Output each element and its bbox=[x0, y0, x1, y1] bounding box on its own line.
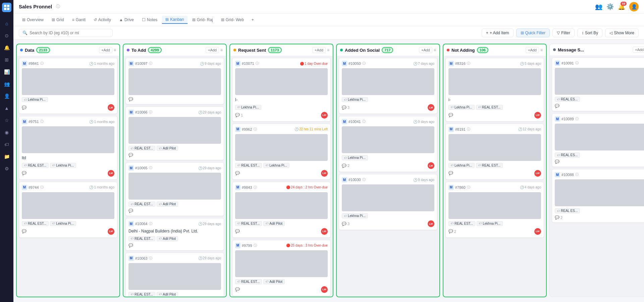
sidebar-icon-chart[interactable]: 📊 bbox=[1, 67, 12, 77]
card-tag[interactable]: 🏷REAL EST... bbox=[128, 236, 155, 241]
column-menu-btn-data[interactable]: ≡ bbox=[114, 48, 116, 52]
sidebar-icon-grid[interactable]: ⊞ bbox=[1, 54, 12, 65]
card-tag[interactable]: 🏷Lekhna Pi... bbox=[342, 213, 368, 218]
card-tag[interactable]: 🏷REAL ES... bbox=[555, 153, 580, 158]
kanban-card-10088[interactable]: M #10088 ⓘ 🏷REAL ES... 💬 2 bbox=[552, 169, 644, 223]
column-menu-btn-added-on-social[interactable]: ≡ bbox=[434, 48, 436, 52]
kanban-card-10066[interactable]: M #10066 ⓘ 🕐 29 days ago 🏷REAL EST...🏷Ad… bbox=[125, 106, 224, 160]
sidebar-icon-search[interactable]: ⊙ bbox=[1, 30, 12, 41]
kanban-card-9799[interactable]: M #9799 ⓘ 🔴 25 days : 3 hrs Over-due 🏷RE… bbox=[232, 240, 331, 296]
card-tag[interactable]: 🏷Lekhna Pi... bbox=[50, 163, 76, 168]
kanban-card-9744[interactable]: M #9744 ⓘ 🕐 1 months ago 🏷REAL EST...🏷Le… bbox=[19, 182, 117, 238]
show-more-button[interactable]: ◁ Show More bbox=[605, 29, 639, 37]
kanban-card-9751[interactable]: M #9751 ⓘ 🕐 1 months ago ltd 🏷REAL EST..… bbox=[19, 116, 117, 180]
sidebar-icon-settings2[interactable]: ⚙ bbox=[1, 163, 12, 174]
kanban-card-7860[interactable]: M #7860 ⓘ 🕐 4 days ago 🏷REAL EST...🏷Lekh… bbox=[445, 182, 544, 238]
sidebar-icon-person[interactable]: 👤 bbox=[1, 91, 12, 101]
kanban-card-10091[interactable]: M #10091 ⓘ 🏷REAL ES... 💬 bbox=[552, 57, 644, 111]
card-tag[interactable]: 🏷Adil Pilot bbox=[157, 292, 178, 297]
sidebar-icon-circle[interactable]: ◉ bbox=[1, 127, 12, 138]
card-tag[interactable]: 🏷Lekhna Pi... bbox=[477, 221, 503, 226]
column-add-btn-not-adding[interactable]: +Add bbox=[526, 47, 539, 53]
filter-button[interactable]: ▽ Filter bbox=[552, 29, 575, 37]
card-info-icon: ⓘ bbox=[149, 110, 152, 115]
kanban-card-10063[interactable]: M #10063 ⓘ 🕐 29 days ago 🏷REAL EST...🏷Ad… bbox=[125, 253, 224, 297]
card-tag[interactable]: 🏷Adil Pilot bbox=[263, 221, 285, 226]
kanban-card-10030[interactable]: M #10030 ⓘ 🕐 9 days ago 🏷Lekhna Pi... 💬 … bbox=[339, 174, 437, 230]
card-tag[interactable]: 🏷Lekhna Pi... bbox=[342, 155, 368, 160]
tab-grid[interactable]: ⊞ Grid bbox=[48, 16, 67, 24]
tab-drive[interactable]: ▲ Drive bbox=[116, 16, 137, 24]
search-input[interactable] bbox=[30, 31, 109, 35]
sort-by-button[interactable]: ↕ Sort By bbox=[577, 29, 602, 37]
column-menu-btn-to-add[interactable]: ≡ bbox=[220, 48, 223, 52]
card-tag[interactable]: 🏷REAL EST... bbox=[448, 221, 475, 226]
card-tag[interactable]: 🏷Adil Pilot bbox=[157, 146, 178, 151]
kanban-card-10089[interactable]: M #10089 ⓘ 🏷REAL ES... 💬 bbox=[552, 113, 644, 167]
card-tag[interactable]: 🏷REAL EST... bbox=[235, 221, 262, 226]
card-footer: 💬 bbox=[555, 104, 644, 108]
column-add-btn-to-add[interactable]: +Add bbox=[206, 47, 219, 53]
quick-filter-button[interactable]: ⊞ Quick Filter bbox=[516, 29, 550, 37]
kanban-card-10097[interactable]: M #10097 ⓘ 🕐 9 days ago 💬 bbox=[125, 58, 224, 104]
card-tag[interactable]: 🏷REAL EST... bbox=[128, 202, 155, 207]
tab-grid-web[interactable]: ⊞ Grid- Web bbox=[218, 16, 247, 24]
kanban-card-9843[interactable]: M #9843 ⓘ 🔴 24 days : 2 hrs Over-due 🏷RE… bbox=[232, 182, 331, 238]
settings-icon[interactable]: ⚙️ bbox=[606, 3, 614, 10]
kanban-card-10064[interactable]: M #10064 ⓘ 🕐 29 days ago Delhi - Nagpal … bbox=[125, 218, 224, 251]
add-tab-button[interactable]: + bbox=[249, 16, 257, 24]
sidebar-icon-star[interactable]: ☆ bbox=[1, 115, 12, 126]
card-tag[interactable]: 🏷REAL ES... bbox=[555, 208, 580, 213]
kanban-card-10071[interactable]: M #10071 ⓘ 🔴 1 day Over-due I- 🏷Lekhna P… bbox=[232, 58, 331, 122]
kanban-card-8316[interactable]: M #8316 ⓘ 🕐 5 days ago i- 🏷Lekhna Pi...🏷… bbox=[445, 58, 544, 122]
card-tag[interactable]: 🏷Lekhna Pi... bbox=[235, 105, 261, 110]
kanban-card-10041[interactable]: M #10041 ⓘ 🕐 9 days ago 🏷Lekhna Pi... 💬 … bbox=[339, 116, 437, 172]
tab-activity[interactable]: ↺ Activity bbox=[90, 16, 114, 24]
tab-overview[interactable]: ⊞ Overview bbox=[19, 16, 47, 24]
card-tag[interactable]: 🏷Lekhna Pi... bbox=[342, 97, 368, 102]
kanban-card-8191[interactable]: M #8191 ⓘ 🕐 12 days ago 🏷Lekhna Pi...🏷RE… bbox=[445, 124, 544, 180]
kanban-card-10050[interactable]: M #10050 ⓘ 🕐 7 days ago 🏷Lekhna Pi... 💬 … bbox=[339, 58, 437, 114]
kanban-card-9841[interactable]: M #9841 ⓘ 🕐 1 months ago 🏷Lekhna Pi... 💬… bbox=[19, 58, 117, 114]
card-tag[interactable]: 🏷REAL EST... bbox=[476, 105, 503, 110]
tab-kanban[interactable]: ⊞ Kanban bbox=[162, 16, 187, 24]
tab-gantt[interactable]: ≡ Gantt bbox=[69, 16, 89, 24]
notification-bell[interactable]: 🔔 59 bbox=[618, 3, 625, 10]
sidebar-icon-people[interactable]: 👥 bbox=[1, 79, 12, 89]
card-tag[interactable]: 🏷REAL EST... bbox=[22, 163, 49, 168]
card-tag[interactable]: 🏷Adil Pilot bbox=[157, 202, 178, 207]
sidebar-icon-collapse[interactable]: ▲ bbox=[1, 103, 12, 114]
card-tag[interactable]: 🏷Adil Pilot bbox=[157, 236, 178, 241]
sidebar-icon-folder[interactable]: 📁 bbox=[1, 151, 12, 162]
tab-notes[interactable]: ☐ Notes bbox=[139, 16, 161, 24]
column-add-btn-data[interactable]: +Add bbox=[99, 47, 112, 53]
column-add-btn-added-on-social[interactable]: +Add bbox=[419, 47, 432, 53]
card-tag[interactable]: 🏷REAL EST... bbox=[235, 163, 262, 168]
team-icon[interactable]: 👥 bbox=[595, 3, 602, 10]
column-add-btn-message-sent[interactable]: +Add bbox=[633, 47, 644, 53]
card-tag[interactable]: 🏷Lekhna Pi... bbox=[448, 163, 475, 168]
sidebar-icon-tag[interactable]: 🏷 bbox=[1, 139, 12, 150]
card-tag[interactable]: 🏷Lekhna Pi... bbox=[50, 221, 76, 226]
sidebar-icon-home[interactable]: ⌂ bbox=[1, 18, 12, 29]
sidebar-icon-bell[interactable]: 🔔 bbox=[1, 42, 12, 53]
column-add-btn-request-sent[interactable]: +Add bbox=[312, 47, 326, 53]
card-tag[interactable]: 🏷REAL EST... bbox=[128, 292, 155, 297]
card-tag[interactable]: 🏷REAL ES... bbox=[555, 97, 580, 102]
card-tag[interactable]: 🏷Adil Pilot bbox=[263, 279, 285, 284]
column-menu-btn-not-adding[interactable]: ≡ bbox=[540, 48, 543, 52]
add-item-button[interactable]: + + Add Item bbox=[482, 29, 514, 37]
column-menu-btn-request-sent[interactable]: ≡ bbox=[327, 48, 329, 52]
tab-grid-raj[interactable]: ⊞ Grid- Raj bbox=[189, 16, 216, 24]
app-logo[interactable] bbox=[2, 3, 11, 12]
card-tag[interactable]: 🏷Lekhna Pi... bbox=[448, 105, 475, 110]
kanban-card-10065[interactable]: M #10065 ⓘ 🕐 29 days ago 🏷REAL EST...🏷Ad… bbox=[125, 162, 224, 216]
user-avatar[interactable]: 👤 bbox=[629, 2, 639, 11]
card-tag[interactable]: 🏷Lekhna Pi... bbox=[22, 97, 48, 102]
kanban-card-9962[interactable]: M #9962 ⓘ 🕐 22 hrs 11 mins Left 🏷REAL ES… bbox=[232, 124, 331, 180]
card-tag[interactable]: 🏷Lekhna Pi... bbox=[263, 163, 289, 168]
card-tag[interactable]: 🏷REAL EST... bbox=[22, 221, 49, 226]
card-tag[interactable]: 🏷REAL EST... bbox=[128, 146, 155, 151]
card-tag[interactable]: 🏷REAL EST... bbox=[476, 163, 503, 168]
card-tag[interactable]: 🏷REAL EST... bbox=[235, 279, 262, 284]
